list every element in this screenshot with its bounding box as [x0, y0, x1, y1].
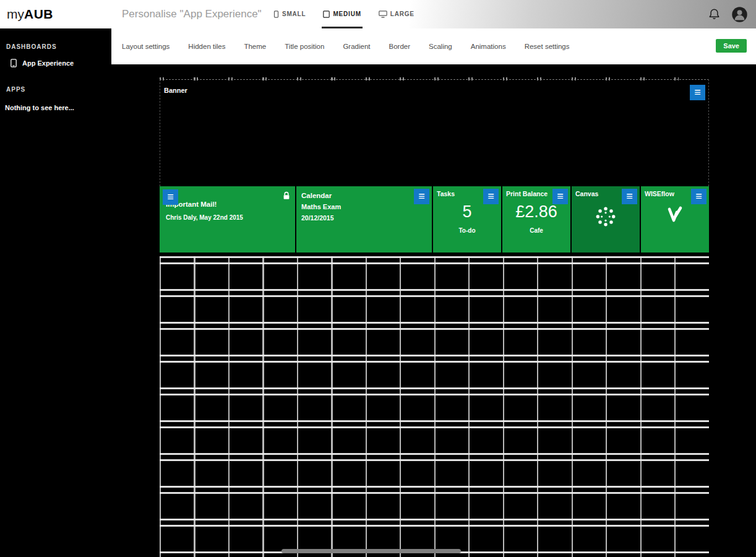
menu-icon: ≡	[167, 191, 174, 204]
size-option-label: LARGE	[390, 11, 415, 17]
toolbar-item-title-position[interactable]: Title position	[285, 43, 324, 50]
logo-prefix: my	[7, 7, 24, 22]
toolbar-item-theme[interactable]: Theme	[244, 43, 266, 50]
tile-caption: Cafe	[502, 227, 570, 234]
tile-canvas[interactable]: Canvas ≡	[572, 186, 640, 253]
settings-toolbar: Layout settings Hidden tiles Theme Title…	[111, 28, 756, 64]
tile-value: £2.86	[502, 202, 570, 222]
top-bar: Personalise "App Experience" SMALL MEDIU…	[0, 0, 756, 28]
sidebar: DASHBOARDS App Experience APPS Nothing t…	[0, 28, 111, 557]
tile-title: Print Balance	[506, 190, 548, 197]
menu-icon: ≡	[418, 190, 425, 203]
sidebar-item-app-experience[interactable]: App Experience	[0, 58, 111, 70]
tile-logo-wrap	[641, 205, 709, 223]
menu-icon: ≡	[626, 190, 633, 203]
size-option-label: MEDIUM	[333, 11, 361, 17]
size-option-large[interactable]: LARGE	[377, 0, 416, 28]
tile-title: WISEflow	[645, 190, 674, 197]
tile-value: 5	[433, 202, 501, 222]
menu-icon: ≡	[488, 190, 494, 203]
tile-wiseflow[interactable]: WISEflow ≡	[641, 186, 709, 253]
bell-icon	[708, 8, 720, 21]
tile-menu-button[interactable]: ≡	[552, 189, 568, 204]
tile-logo-wrap	[572, 205, 640, 228]
lock-icon	[283, 191, 290, 200]
tile-title: Calendar	[301, 190, 341, 201]
logo-name: AUB	[24, 7, 53, 22]
toolbar-item-border[interactable]: Border	[389, 43, 411, 50]
tile-menu-button[interactable]: ≡	[414, 189, 429, 204]
tiles-row: ≡ Important Mail! Chris Daly, May 22nd 2…	[160, 186, 709, 253]
toolbar-item-layout-settings[interactable]: Layout settings	[122, 43, 170, 50]
banner-zone[interactable]: Banner ≡	[160, 79, 709, 186]
tile-date: 20/12/2015	[301, 212, 341, 223]
size-option-small[interactable]: SMALL	[272, 0, 307, 28]
page-title: Personalise "App Experience"	[122, 0, 262, 28]
canvas-logo-icon	[594, 205, 617, 228]
size-switcher: SMALL MEDIUM LARGE	[272, 0, 416, 28]
tile-menu-button[interactable]: ≡	[163, 189, 178, 205]
tile-subtitle: Chris Daly, May 22nd 2015	[166, 214, 243, 221]
tile-title: Tasks	[437, 190, 455, 197]
layout-grid[interactable]	[160, 256, 709, 557]
banner-label: Banner	[164, 87, 187, 94]
sidebar-heading-apps: APPS	[0, 70, 111, 100]
account-icon	[731, 6, 748, 23]
menu-icon: ≡	[694, 86, 701, 99]
tile-menu-button[interactable]: ≡	[691, 189, 707, 204]
horizontal-scrollbar[interactable]	[281, 549, 461, 553]
wiseflow-logo-icon	[666, 205, 684, 223]
banner-menu-button[interactable]: ≡	[690, 85, 705, 100]
phone-size-icon	[273, 11, 279, 18]
phone-icon	[11, 59, 17, 67]
tile-important-mail[interactable]: ≡ Important Mail! Chris Daly, May 22nd 2…	[160, 186, 295, 253]
dashboard-editor: Banner ≡ ≡ Important Mail! Chris Daly, M…	[111, 64, 756, 557]
notifications-button[interactable]	[708, 8, 720, 24]
tile-print-balance[interactable]: Print Balance ≡ £2.86 Cafe	[502, 186, 570, 253]
sidebar-item-label: App Experience	[22, 59, 74, 67]
tablet-size-icon	[323, 11, 330, 18]
tile-menu-button[interactable]: ≡	[483, 189, 499, 204]
account-button[interactable]	[731, 6, 748, 25]
menu-icon: ≡	[557, 190, 564, 203]
sidebar-heading-dashboards: DASHBOARDS	[0, 28, 111, 58]
tile-calendar[interactable]: Calendar Maths Exam 20/12/2015 ≡	[296, 186, 432, 253]
tile-tasks[interactable]: Tasks ≡ 5 To-do	[433, 186, 501, 253]
tile-caption: To-do	[433, 227, 501, 234]
toolbar-item-hidden-tiles[interactable]: Hidden tiles	[188, 43, 225, 50]
app-logo[interactable]: myAUB	[0, 0, 111, 28]
monitor-size-icon	[379, 11, 387, 18]
header-gradient	[410, 0, 756, 28]
toolbar-item-reset-settings[interactable]: Reset settings	[525, 43, 570, 50]
save-button[interactable]: Save	[716, 39, 747, 53]
toolbar-item-animations[interactable]: Animations	[471, 43, 506, 50]
menu-icon: ≡	[695, 190, 702, 203]
tile-text-block: Calendar Maths Exam 20/12/2015	[301, 190, 341, 223]
toolbar-item-gradient[interactable]: Gradient	[343, 43, 370, 50]
tile-event: Maths Exam	[301, 201, 341, 212]
board: Banner ≡ ≡ Important Mail! Chris Daly, M…	[160, 79, 709, 557]
sidebar-apps-empty-text: Nothing to see here...	[0, 100, 111, 111]
size-option-medium[interactable]: MEDIUM	[322, 0, 362, 28]
tile-menu-button[interactable]: ≡	[622, 189, 637, 204]
tile-title: Canvas	[575, 190, 598, 197]
toolbar-item-scaling[interactable]: Scaling	[429, 43, 452, 50]
size-option-label: SMALL	[282, 11, 306, 17]
